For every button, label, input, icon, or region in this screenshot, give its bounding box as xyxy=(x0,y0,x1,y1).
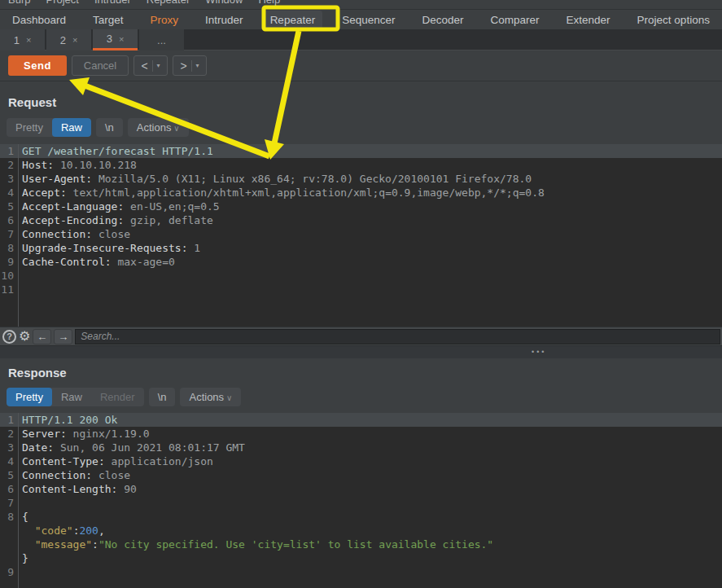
close-icon[interactable]: × xyxy=(119,34,124,44)
code-text: Accept-Language: en-US,en;q=0.5 xyxy=(18,200,220,213)
menu-help[interactable]: Help xyxy=(258,0,280,6)
code-line[interactable]: "message":"No city specified. Use 'city=… xyxy=(0,538,722,551)
code-line[interactable]: 5Accept-Language: en-US,en;q=0.5 xyxy=(0,200,722,213)
code-token: 200 xyxy=(79,524,98,537)
repeater-item-tab-n[interactable]: ... xyxy=(139,29,184,50)
tab-dashboard[interactable]: Dashboard xyxy=(12,14,66,26)
menu-intruder[interactable]: Intruder xyxy=(94,0,131,6)
repeater-item-tab-1[interactable]: 1× xyxy=(0,29,45,50)
code-line[interactable]: 6Accept-Encoding: gzip, deflate xyxy=(0,213,722,227)
code-text: Host: 10.10.10.218 xyxy=(18,158,137,172)
code-token: text/html,application/xhtml+xml,applicat… xyxy=(67,186,545,199)
code-line[interactable]: } xyxy=(0,551,722,565)
close-icon[interactable]: × xyxy=(26,35,31,45)
code-token: max-age=0 xyxy=(112,256,175,268)
code-text: Date: Sun, 06 Jun 2021 08:01:17 GMT xyxy=(18,441,245,454)
code-line[interactable]: 3Date: Sun, 06 Jun 2021 08:01:17 GMT xyxy=(0,441,722,454)
code-line[interactable]: 10 xyxy=(0,269,722,283)
menu-burp[interactable]: Burp xyxy=(8,0,30,6)
tab-project-options[interactable]: Project options xyxy=(637,14,710,26)
code-text: Server: nginx/1.19.0 xyxy=(18,427,150,441)
code-line[interactable]: 11 xyxy=(0,283,722,296)
request-title: Request xyxy=(8,95,56,109)
code-line[interactable]: 5Connection: close xyxy=(0,468,722,482)
code-line[interactable]: 1HTTP/1.1 200 Ok xyxy=(0,413,722,427)
code-line[interactable]: 3User-Agent: Mozilla/5.0 (X11; Linux x86… xyxy=(0,172,722,186)
code-token: Accept-Language: xyxy=(22,200,124,213)
code-line[interactable]: 2Server: nginx/1.19.0 xyxy=(0,427,722,441)
search-input[interactable] xyxy=(75,329,720,344)
code-text: Connection: close xyxy=(18,227,130,241)
response-view-tab-pretty[interactable]: Pretty xyxy=(7,388,52,406)
request-editor[interactable]: 1GET /weather/forecast HTTP/1.12Host: 10… xyxy=(0,144,722,327)
code-line[interactable]: 4Content-Type: application/json xyxy=(0,454,722,468)
code-line[interactable]: 4Accept: text/html,application/xhtml+xml… xyxy=(0,186,722,200)
tab-proxy[interactable]: Proxy xyxy=(151,14,179,26)
menu-bar-items: BurpProjectIntruderRepeaterWindowHelp xyxy=(0,0,722,6)
code-text: Cache-Control: max-age=0 xyxy=(18,255,175,269)
next-response-button[interactable]: > ▾ xyxy=(173,55,207,76)
code-text: { xyxy=(18,510,28,524)
request-view-tab-n[interactable]: \n xyxy=(96,118,123,137)
request-view-tab-actions[interactable]: Actions ∨ xyxy=(128,118,189,137)
help-icon[interactable]: ? xyxy=(2,330,16,344)
search-next-button[interactable]: → xyxy=(54,329,72,344)
code-token: en-US,en;q=0.5 xyxy=(124,200,219,213)
send-button[interactable]: Send xyxy=(8,55,67,76)
tab-target[interactable]: Target xyxy=(93,14,124,26)
code-line[interactable]: 9 xyxy=(0,565,722,579)
response-editor[interactable]: 1HTTP/1.1 200 Ok2Server: nginx/1.19.03Da… xyxy=(0,413,722,588)
line-number: 6 xyxy=(0,213,18,227)
response-view-tab-render[interactable]: Render xyxy=(91,388,144,406)
chevron-down-icon[interactable]: ▾ xyxy=(196,62,199,69)
back-arrow-icon: < xyxy=(141,59,147,72)
gear-icon[interactable]: ⚙ xyxy=(19,330,30,343)
code-text: Upgrade-Insecure-Requests: 1 xyxy=(18,241,200,255)
response-panel-header: Response PrettyRawRender\nActions ∨ xyxy=(0,358,722,413)
line-number xyxy=(0,524,18,538)
menu-project[interactable]: Project xyxy=(46,0,78,6)
code-line[interactable]: 7Connection: close xyxy=(0,227,722,241)
tab-extender[interactable]: Extender xyxy=(567,14,610,26)
menu-window[interactable]: Window xyxy=(205,0,243,6)
tab-decoder[interactable]: Decoder xyxy=(422,14,463,26)
close-icon[interactable]: × xyxy=(72,35,77,45)
tab-repeater[interactable]: Repeater xyxy=(263,11,323,29)
search-previous-button[interactable]: ← xyxy=(33,329,51,344)
code-line[interactable]: 7 xyxy=(0,496,722,510)
line-number: 7 xyxy=(0,227,18,241)
previous-response-button[interactable]: < ▾ xyxy=(133,55,168,76)
response-view-tab-raw[interactable]: Raw xyxy=(52,388,91,406)
cancel-button[interactable]: Cancel xyxy=(72,55,129,76)
tab-sequencer[interactable]: Sequencer xyxy=(342,14,395,26)
response-view-tab-n[interactable]: \n xyxy=(149,388,176,406)
code-line[interactable]: 2Host: 10.10.10.218 xyxy=(0,158,722,172)
line-number: 11 xyxy=(0,283,18,296)
tab-intruder[interactable]: Intruder xyxy=(205,14,243,26)
line-number: 10 xyxy=(0,269,18,283)
code-line[interactable]: 9Cache-Control: max-age=0 xyxy=(0,255,722,269)
repeater-item-tab-3[interactable]: 3× xyxy=(93,29,138,50)
response-view-tab-actions[interactable]: Actions ∨ xyxy=(180,388,241,406)
code-line[interactable]: 6Content-Length: 90 xyxy=(0,482,722,496)
pane-splitter[interactable]: ••• xyxy=(0,345,722,358)
code-token: 10.10.10.218 xyxy=(54,159,137,171)
splitter-handle-icon[interactable]: ••• xyxy=(532,348,546,356)
request-view-tab-raw[interactable]: Raw xyxy=(52,118,91,137)
tab-comparer[interactable]: Comparer xyxy=(491,14,540,26)
repeater-tab-bar: 1×2×3×... xyxy=(0,29,722,50)
main-tab-bar: DashboardTargetProxyIntruderRepeaterSequ… xyxy=(0,10,722,29)
menu-repeater[interactable]: Repeater xyxy=(147,0,190,6)
repeater-item-tab-2[interactable]: 2× xyxy=(46,29,91,50)
line-number: 3 xyxy=(0,172,18,186)
code-token: Upgrade-Insecure-Requests: xyxy=(22,242,188,254)
request-view-tab-pretty[interactable]: Pretty xyxy=(7,118,52,137)
code-token: Accept-Encoding: xyxy=(22,214,124,226)
chevron-down-icon[interactable]: ▾ xyxy=(157,62,160,69)
code-line[interactable]: 8Upgrade-Insecure-Requests: 1 xyxy=(0,241,722,255)
code-line[interactable]: 8{ xyxy=(0,510,722,524)
code-token: "code" xyxy=(35,524,73,537)
code-line[interactable]: 1GET /weather/forecast HTTP/1.1 xyxy=(0,144,722,158)
code-line[interactable]: "code":200, xyxy=(0,524,722,538)
line-number: 6 xyxy=(0,482,18,496)
